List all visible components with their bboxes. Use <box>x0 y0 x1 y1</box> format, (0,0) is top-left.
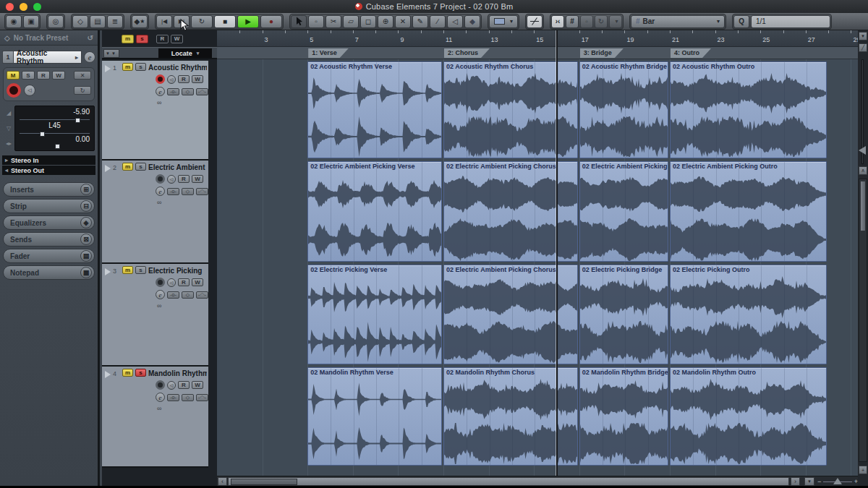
audio-event[interactable]: 02 Electric Picking Outro <box>670 265 827 364</box>
record-button[interactable]: ● <box>260 15 282 28</box>
automation-panel-button[interactable]: ◆★ <box>132 15 148 28</box>
audio-event[interactable]: 02 Electric Ambient Picking Bridge <box>579 161 668 262</box>
vertical-zoom-in-button[interactable]: + <box>859 466 867 474</box>
track-record-enable-button[interactable] <box>156 380 165 390</box>
audio-event[interactable]: 02 Electric Ambient Picking Verse <box>307 161 442 262</box>
track-read-button[interactable]: R <box>178 381 190 389</box>
cycle-button[interactable]: ↻ <box>191 15 213 28</box>
track-mute-button[interactable]: m <box>122 63 133 71</box>
snap-type-button[interactable]: # <box>566 15 579 28</box>
inspector-section-equalizers[interactable]: Equalizers◈ <box>3 215 95 230</box>
snap-cursor-button[interactable]: ▾ <box>609 15 622 28</box>
track-visibility-button[interactable]: ▤ <box>90 15 106 28</box>
track-edit-channel-button[interactable]: e <box>156 393 165 402</box>
steinberg-hub-button[interactable]: ◎ <box>48 15 64 28</box>
track-edit-channel-button[interactable]: e <box>156 290 165 299</box>
global-solo-button[interactable]: s <box>136 35 148 43</box>
track-monitor-button[interactable]: ◁ <box>167 75 176 84</box>
marker-lane[interactable]: 1: Verse2: Chorus3: Bridge4: Outro <box>217 47 858 59</box>
insert-state-icon[interactable]: -o- <box>167 291 179 299</box>
horizontal-scroll-track[interactable] <box>228 477 789 486</box>
marker-flag[interactable]: 2: Chorus <box>444 48 490 58</box>
horizontal-scroll-thumb[interactable] <box>231 479 297 485</box>
arrange-area[interactable]: 02 Acoustic Rhythm Verse02 Acoustic Rhyt… <box>217 59 858 476</box>
ruler-options-dropdown[interactable]: ▾ <box>859 32 867 40</box>
global-read-button[interactable]: R <box>156 35 169 43</box>
track-mute-button[interactable]: m <box>122 369 133 377</box>
quantize-icon-button[interactable]: Q <box>733 15 749 28</box>
goto-previous-marker-button[interactable]: |◀ <box>156 15 172 28</box>
output-routing[interactable]: ◂ Stereo Out <box>2 166 95 175</box>
grid-type-dropdown[interactable]: # Bar ▾ <box>631 15 725 28</box>
inspector-monitor-button[interactable]: ◁ <box>24 85 35 96</box>
audio-event[interactable]: 02 Acoustic Rhythm Chorus <box>443 61 578 158</box>
snap-events-button[interactable]: ↻ <box>595 15 608 28</box>
track-monitor-button[interactable]: ◁ <box>167 175 176 184</box>
split-tool[interactable]: ✂ <box>326 15 341 28</box>
send-state-icon[interactable]: -◠- <box>196 291 208 299</box>
inspector-section-inserts[interactable]: Inserts⊞ <box>3 182 95 197</box>
range-selection-tool[interactable]: ▫ <box>308 15 324 28</box>
track-header-3[interactable]: 3msElectric Picking◁RWe-o-◇-◠-∞ <box>102 264 208 367</box>
audio-event[interactable]: 02 Mandolin Rhythm Chorus <box>443 367 578 466</box>
scroll-up-button[interactable]: ∧ <box>859 166 867 175</box>
vertical-scroll-track[interactable] <box>859 179 867 462</box>
stop-button[interactable]: ■ <box>214 15 236 28</box>
draw-part-button[interactable]: ╱ <box>859 43 867 52</box>
audio-event[interactable]: 02 Electric Ambient Picking Outro <box>670 161 827 262</box>
zoom-tool[interactable]: ⊕ <box>378 15 393 28</box>
track-solo-button[interactable]: s <box>135 63 146 71</box>
inspector-section-fader[interactable]: Fader▤ <box>3 249 95 263</box>
track-solo-button[interactable]: s <box>135 369 146 377</box>
vertical-scroll-thumb[interactable] <box>860 181 866 231</box>
track-header-1[interactable]: 1msAcoustic Rhythm◁RWe-o-◇-◠-∞ <box>102 61 208 160</box>
inspector-read-button[interactable]: R <box>37 71 50 80</box>
track-solo-button[interactable]: s <box>135 163 146 171</box>
snap-grid-rel-button[interactable]: ▫ <box>580 15 593 28</box>
timeline-ruler[interactable]: 357911131517192123252729 <box>217 30 858 47</box>
track-write-button[interactable]: W <box>192 381 203 389</box>
track-monitor-button[interactable]: ◁ <box>167 381 176 390</box>
track-preset-header[interactable]: ◇ No Track Preset ↺ <box>0 30 98 46</box>
track-edit-channel-button[interactable]: e <box>156 87 165 96</box>
track-solo-button[interactable]: s <box>135 266 146 274</box>
scroll-right-button[interactable]: › <box>791 477 800 486</box>
track-record-enable-button[interactable] <box>156 174 165 184</box>
insert-state-icon[interactable]: -o- <box>167 88 179 95</box>
vertical-zoom-thumb[interactable] <box>859 146 866 155</box>
color-selector-dropdown[interactable]: ▾ <box>489 15 518 28</box>
snap-onoff-button[interactable]: ›‹ <box>551 15 564 28</box>
track-type-arrow-icon[interactable] <box>105 371 111 378</box>
autoscroll-button[interactable] <box>527 15 542 28</box>
glue-tool[interactable]: ▱ <box>343 15 359 28</box>
delay-control[interactable]: 0.00 <box>18 135 91 149</box>
track-header-2[interactable]: 2msElectric Ambient◁RWe-o-◇-◠-∞ <box>102 160 208 264</box>
send-state-icon[interactable]: -◠- <box>196 188 208 195</box>
marker-flag[interactable]: 4: Outro <box>671 48 711 58</box>
locate-dropdown[interactable]: Locate ▾ <box>158 48 212 58</box>
setup-window-layout-button[interactable]: ▣ <box>23 15 39 28</box>
insert-state-icon[interactable]: -o- <box>167 188 179 195</box>
inspector-section-strip[interactable]: Strip⊟ <box>3 199 95 213</box>
erase-tool[interactable]: ◻ <box>360 15 376 28</box>
track-read-button[interactable]: R <box>178 75 190 83</box>
inspector-section-notepad[interactable]: Notepad▦ <box>3 265 95 280</box>
audio-event[interactable]: 02 Electric Picking Bridge <box>579 265 668 364</box>
send-state-icon[interactable]: -◠- <box>196 394 208 401</box>
track-mute-button[interactable]: m <box>122 266 133 274</box>
audio-event[interactable]: 02 Electric Picking Verse <box>307 265 442 364</box>
track-write-button[interactable]: W <box>192 75 203 83</box>
zoom-preset-dropdown[interactable]: ▾ <box>804 477 814 486</box>
track-mute-button[interactable]: m <box>122 163 133 171</box>
global-write-button[interactable]: W <box>171 35 183 43</box>
eq-state-icon[interactable]: ◇ <box>182 88 194 95</box>
track-type-arrow-icon[interactable] <box>105 65 111 72</box>
eq-state-icon[interactable]: ◇ <box>182 291 194 299</box>
track-record-enable-button[interactable] <box>156 74 165 84</box>
draw-tool[interactable]: ✎ <box>412 15 428 28</box>
marker-flag[interactable]: 3: Bridge <box>580 48 624 58</box>
object-selection-tool[interactable] <box>291 15 307 28</box>
global-mute-button[interactable]: m <box>122 35 134 43</box>
delay-handle[interactable] <box>55 144 60 149</box>
refresh-icon[interactable]: ↺ <box>88 34 93 42</box>
